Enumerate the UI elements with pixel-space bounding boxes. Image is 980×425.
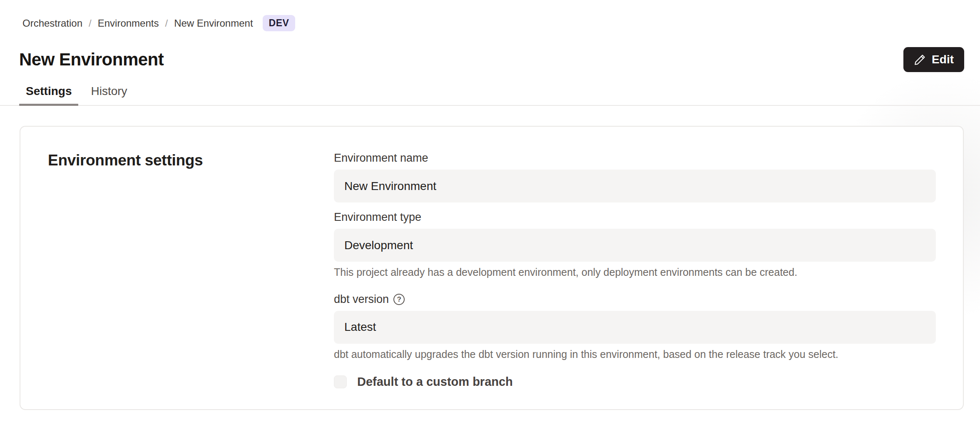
default-custom-branch-label[interactable]: Default to a custom branch [357,375,513,389]
tab-settings[interactable]: Settings [26,85,72,105]
environment-type-value: Development [344,239,413,252]
breadcrumb-separator: / [89,18,92,29]
environment-type-label-text: Environment type [334,211,421,224]
breadcrumb-orchestration[interactable]: Orchestration [22,18,82,29]
new-environment-page: Orchestration / Environments / New Envir… [0,0,980,425]
dbt-version-helper-text: dbt automatically upgrades the dbt versi… [334,348,936,361]
page-title: New Environment [19,50,164,70]
breadcrumb-environments[interactable]: Environments [98,18,159,29]
environment-type-select[interactable]: Development [334,229,936,262]
environment-name-label: Environment name [334,152,936,165]
card-left-column: Environment settings [48,152,334,409]
breadcrumb-new-environment: New Environment [174,18,253,29]
section-heading: Environment settings [48,152,334,169]
dbt-version-label: dbt version ? [334,293,936,306]
field-environment-name: Environment name New Environment [334,152,936,202]
dbt-version-label-text: dbt version [334,293,389,306]
environment-name-label-text: Environment name [334,152,428,165]
tab-bar: Settings History [0,85,980,106]
default-custom-branch-row: Default to a custom branch [334,375,936,389]
help-icon[interactable]: ? [393,294,405,305]
breadcrumb-separator: / [165,18,168,29]
tab-history[interactable]: History [91,85,127,105]
card-form-column: Environment name New Environment Environ… [334,152,936,409]
edit-button-label: Edit [932,53,954,66]
environment-name-value: New Environment [344,180,436,193]
environment-type-label: Environment type [334,211,936,224]
environment-dev-badge: DEV [263,15,296,31]
edit-button[interactable]: Edit [903,47,964,72]
environment-settings-card: Environment settings Environment name Ne… [20,126,964,410]
dbt-version-select[interactable]: Latest [334,311,936,344]
pencil-icon [914,53,926,66]
field-dbt-version: dbt version ? Latest dbt automatically u… [334,293,936,361]
field-environment-type: Environment type Development This projec… [334,211,936,279]
environment-name-input[interactable]: New Environment [334,170,936,202]
environment-type-helper-text: This project already has a development e… [334,265,936,279]
default-custom-branch-checkbox[interactable] [334,375,347,388]
dbt-version-value: Latest [344,320,376,334]
page-header: New Environment Edit [19,47,964,72]
breadcrumb: Orchestration / Environments / New Envir… [0,0,980,31]
